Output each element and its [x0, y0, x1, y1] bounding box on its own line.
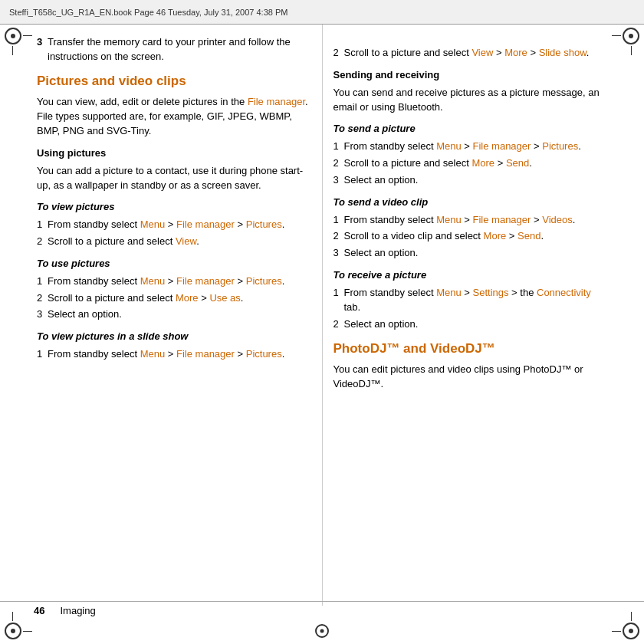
step3-num: 3	[37, 35, 48, 64]
menu-link-v1: Menu	[140, 219, 166, 230]
view-heading: To view pictures	[37, 200, 311, 215]
menu-link-s1: Menu	[140, 348, 166, 360]
send-pic-item-1: 1 From standby select Menu > File manage…	[334, 140, 608, 154]
step3-item: 3 Transfer the memory card to your print…	[37, 35, 311, 64]
content-area: 3 Transfer the memory card to your print…	[34, 25, 610, 606]
two-columns: 3 Transfer the memory card to your print…	[34, 25, 610, 606]
step3-text: Transfer the memory card to your printer…	[48, 35, 311, 64]
pictures-link-s1: Pictures	[246, 348, 282, 360]
connectivity-link-rp1: Connectivity	[537, 287, 591, 298]
bottom-center-mark	[315, 624, 329, 638]
intro-text1: You can view, add, edit or delete pictur…	[37, 96, 248, 107]
slideshow-item-1-num: 1	[37, 347, 48, 362]
using-text: You can add a picture to a contact, use …	[37, 164, 311, 193]
view-item-2: 2 Scroll to a picture and select View.	[37, 235, 311, 249]
section1-title: Pictures and video clips	[37, 72, 311, 91]
send-vid-item-2-num: 2	[334, 229, 344, 244]
slideshow-heading: To view pictures in a slide show	[37, 330, 311, 344]
section2-text: You can edit pictures and video clips us…	[334, 363, 608, 392]
slideshow-item-1-text: From standby select Menu > File manager …	[48, 347, 311, 362]
use-item-2-text: Scroll to a picture and select More > Us…	[48, 291, 311, 306]
send-picture-heading: To send a picture	[334, 122, 608, 136]
slideshow-item-2: 2 Scroll to a picture and select View > …	[334, 46, 608, 61]
send-pic-item-2-num: 2	[334, 156, 344, 171]
use-heading: To use pictures	[37, 257, 311, 271]
use-item-1-text: From standby select Menu > File manager …	[48, 274, 311, 289]
corner-mark-tl	[5, 28, 26, 49]
view-link-s2: View	[472, 47, 493, 58]
using-heading: Using pictures	[37, 146, 311, 161]
send-link-sv2: Send	[518, 230, 540, 242]
filemanager-link-sp1: File manager	[473, 140, 531, 152]
footer-label: Imaging	[60, 605, 95, 616]
more-link-s2: More	[504, 47, 527, 58]
view-item-1-num: 1	[37, 218, 48, 232]
use-item-2: 2 Scroll to a picture and select More > …	[37, 291, 311, 306]
left-column: 3 Transfer the memory card to your print…	[34, 25, 322, 606]
section1-intro-para: You can view, add, edit or delete pictur…	[37, 95, 311, 139]
view-item-1: 1 From standby select Menu > File manage…	[37, 218, 311, 232]
header-text: Steffi_T658c_UG_R1A_EN.book Page 46 Tues…	[9, 8, 288, 17]
more-link-sp2: More	[472, 157, 495, 169]
menu-link-u1: Menu	[140, 275, 166, 287]
send-pic-item-3-num: 3	[334, 173, 344, 188]
more-link-u2: More	[176, 292, 199, 304]
slideshow-item-1: 1 From standby select Menu > File manage…	[37, 347, 311, 362]
send-vid-item-3-text: Select an option.	[344, 246, 608, 261]
header-bar: Steffi_T658c_UG_R1A_EN.book Page 46 Tues…	[0, 0, 644, 25]
receive-pic-item-1-num: 1	[334, 286, 344, 315]
settings-link-rp1: Settings	[473, 287, 509, 298]
sending-heading: Sending and receiving	[334, 68, 608, 83]
send-pic-item-1-num: 1	[334, 140, 344, 154]
corner-mark-bl	[5, 618, 26, 639]
send-vid-item-3-num: 3	[334, 246, 344, 261]
right-column: 2 Scroll to a picture and select View > …	[322, 25, 611, 606]
send-video-heading: To send a video clip	[334, 196, 608, 210]
send-link-sp2: Send	[506, 157, 529, 169]
send-pic-item-2-text: Scroll to a picture and select More > Se…	[344, 156, 608, 171]
send-vid-item-1: 1 From standby select Menu > File manage…	[334, 213, 608, 228]
receive-pic-item-1-text: From standby select Menu > Settings > th…	[344, 286, 608, 315]
send-vid-item-1-text: From standby select Menu > File manager …	[344, 213, 608, 228]
use-item-3: 3 Select an option.	[37, 307, 311, 322]
use-item-3-num: 3	[37, 307, 48, 322]
more-link-sv2: More	[484, 230, 507, 242]
send-pic-item-3: 3 Select an option.	[334, 173, 608, 188]
page-container: Steffi_T658c_UG_R1A_EN.book Page 46 Tues…	[0, 0, 644, 644]
view-item-1-text: From standby select Menu > File manager …	[48, 218, 311, 232]
pictures-link-sp1: Pictures	[542, 140, 578, 152]
section2-title: PhotoDJ™ and VideoDJ™	[334, 340, 608, 359]
receive-picture-heading: To receive a picture	[334, 268, 608, 283]
receive-pic-item-2: 2 Select an option.	[334, 317, 608, 332]
videos-link-sv1: Videos	[542, 214, 573, 225]
filemanager-link-s1: File manager	[176, 348, 235, 360]
corner-mark-br	[618, 618, 639, 639]
send-vid-item-3: 3 Select an option.	[334, 246, 608, 261]
use-item-3-text: Select an option.	[48, 307, 311, 322]
send-vid-item-2: 2 Scroll to a video clip and select More…	[334, 229, 608, 244]
pictures-link-u1: Pictures	[246, 275, 282, 287]
send-pic-item-3-text: Select an option.	[344, 173, 608, 188]
useas-link-u2: Use as	[209, 292, 240, 304]
file-manager-link1: File manager	[248, 96, 305, 107]
receive-pic-item-1: 1 From standby select Menu > Settings > …	[334, 286, 608, 315]
use-item-1: 1 From standby select Menu > File manage…	[37, 274, 311, 289]
filemanager-link-v1: File manager	[176, 219, 235, 230]
menu-link-sp1: Menu	[436, 140, 462, 152]
menu-link-sv1: Menu	[436, 214, 462, 225]
receive-pic-item-2-num: 2	[334, 317, 344, 332]
corner-mark-tr	[618, 28, 639, 49]
receive-pic-item-2-text: Select an option.	[344, 317, 608, 332]
send-vid-item-1-num: 1	[334, 213, 344, 228]
view-link-v2: View	[176, 235, 196, 247]
filemanager-link-sv1: File manager	[473, 214, 531, 225]
view-item-2-text: Scroll to a picture and select View.	[48, 235, 311, 249]
use-item-1-num: 1	[37, 274, 48, 289]
slideshow-item-2-num: 2	[334, 46, 344, 61]
page-number: 46	[34, 605, 44, 616]
footer-bar: 46 Imaging	[0, 601, 644, 619]
send-pic-item-1-text: From standby select Menu > File manager …	[344, 140, 608, 154]
use-item-2-num: 2	[37, 291, 48, 306]
filemanager-link-u1: File manager	[176, 275, 235, 287]
sending-text: You can send and receive pictures as a p…	[334, 86, 608, 115]
